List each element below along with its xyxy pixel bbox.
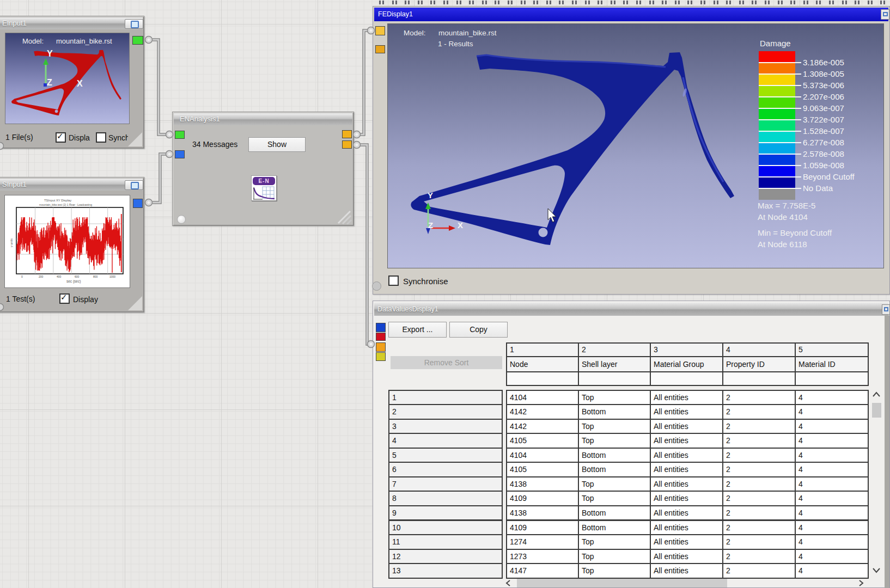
svg-text:200: 200 xyxy=(39,275,44,278)
svg-text:600: 600 xyxy=(75,275,80,278)
svg-text:400: 400 xyxy=(57,275,62,278)
svg-text:TSInput XY Display: TSInput XY Display xyxy=(44,199,71,202)
svg-text:800: 800 xyxy=(93,275,98,278)
svg-text:mountain_bike.test (2) 1 Rea: mountain_bike.test (2) 1 Rear : Loadcast… xyxy=(39,203,92,206)
svg-text:y units: y units xyxy=(10,238,13,247)
svg-text:0: 0 xyxy=(21,275,23,278)
svg-text:1000: 1000 xyxy=(109,275,115,278)
svg-text:sec (sec): sec (sec) xyxy=(66,279,81,284)
